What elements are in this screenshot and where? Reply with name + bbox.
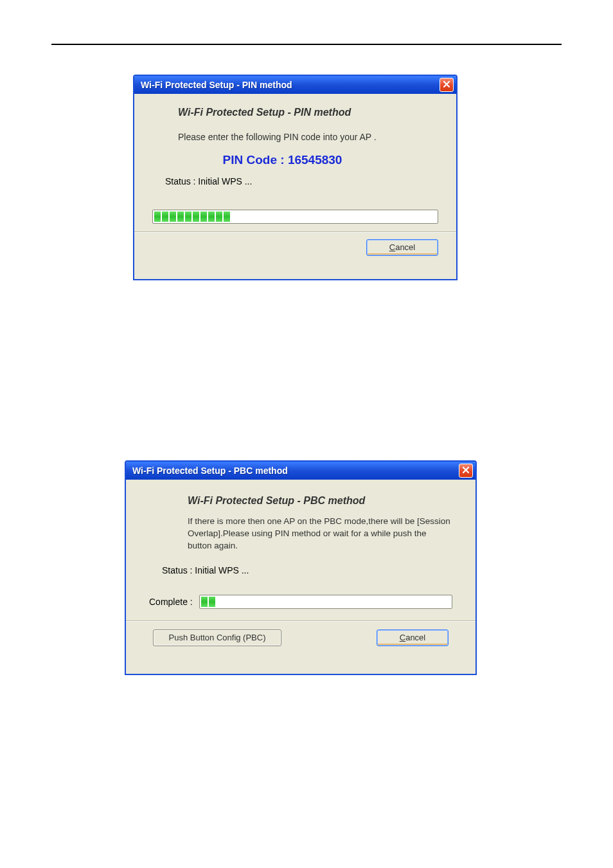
- window-title: Wi-Fi Protected Setup - PBC method: [132, 466, 459, 476]
- titlebar[interactable]: Wi-Fi Protected Setup - PIN method: [134, 76, 456, 94]
- dialog-heading: Wi-Fi Protected Setup - PBC method: [188, 495, 452, 507]
- wps-pin-dialog: Wi-Fi Protected Setup - PIN method Wi-Fi…: [133, 75, 458, 280]
- progress-segment: [208, 212, 215, 222]
- close-button[interactable]: [440, 78, 454, 92]
- progress-bar: [152, 210, 438, 224]
- window-title: Wi-Fi Protected Setup - PIN method: [141, 80, 440, 90]
- pin-code-value: PIN Code : 16545830: [133, 153, 438, 167]
- status-text: Status : Initial WPS ...: [162, 565, 452, 575]
- complete-label: Complete :: [149, 597, 193, 607]
- status-text: Status : Initial WPS ...: [165, 176, 438, 186]
- progress-segment: [162, 212, 168, 222]
- progress-segment: [177, 212, 184, 222]
- progress-segment: [193, 212, 199, 222]
- separator: [134, 231, 456, 233]
- close-icon: [462, 466, 470, 476]
- instruction-text: If there is more then one AP on the PBC …: [188, 516, 452, 552]
- separator: [125, 620, 477, 622]
- progress-segment: [201, 597, 208, 607]
- progress-bar: [199, 595, 452, 609]
- progress-segment: [209, 597, 215, 607]
- instruction-text: Please enter the following PIN code into…: [178, 131, 435, 144]
- close-icon: [443, 80, 450, 90]
- cancel-button[interactable]: Cancel: [366, 239, 438, 256]
- progress-segment: [200, 212, 207, 222]
- cancel-button[interactable]: Cancel: [377, 629, 449, 646]
- close-button[interactable]: [459, 464, 473, 478]
- pbc-button[interactable]: Push Button Config (PBC): [153, 629, 281, 646]
- horizontal-rule: [51, 44, 562, 45]
- progress-segment: [154, 212, 161, 222]
- progress-segment: [185, 212, 191, 222]
- progress-segment: [224, 212, 230, 222]
- progress-segment: [170, 212, 176, 222]
- titlebar[interactable]: Wi-Fi Protected Setup - PBC method: [126, 462, 475, 480]
- dialog-heading: Wi-Fi Protected Setup - PIN method: [178, 107, 438, 118]
- wps-pbc-dialog: Wi-Fi Protected Setup - PBC method Wi-Fi…: [125, 460, 477, 675]
- progress-segment: [216, 212, 222, 222]
